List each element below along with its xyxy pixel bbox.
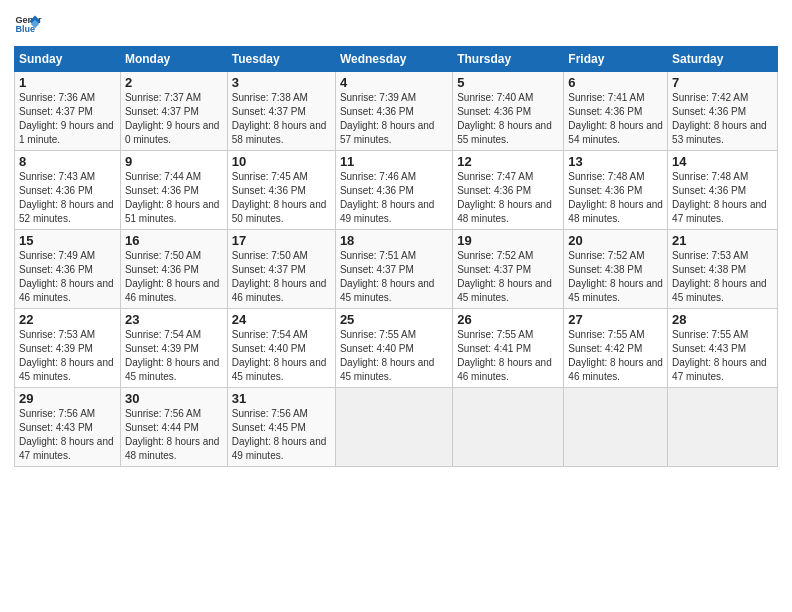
day-info: Sunrise: 7:52 AMSunset: 4:38 PMDaylight:… xyxy=(568,249,663,305)
day-info: Sunrise: 7:40 AMSunset: 4:36 PMDaylight:… xyxy=(457,91,559,147)
page-header: General Blue xyxy=(14,10,778,38)
header-cell-tuesday: Tuesday xyxy=(227,47,335,72)
calendar-cell: 16Sunrise: 7:50 AMSunset: 4:36 PMDayligh… xyxy=(120,230,227,309)
calendar-cell: 18Sunrise: 7:51 AMSunset: 4:37 PMDayligh… xyxy=(335,230,452,309)
day-info: Sunrise: 7:42 AMSunset: 4:36 PMDaylight:… xyxy=(672,91,773,147)
day-info: Sunrise: 7:55 AMSunset: 4:43 PMDaylight:… xyxy=(672,328,773,384)
day-info: Sunrise: 7:56 AMSunset: 4:45 PMDaylight:… xyxy=(232,407,331,463)
calendar-cell: 13Sunrise: 7:48 AMSunset: 4:36 PMDayligh… xyxy=(564,151,668,230)
week-row-1: 1Sunrise: 7:36 AMSunset: 4:37 PMDaylight… xyxy=(15,72,778,151)
week-row-3: 15Sunrise: 7:49 AMSunset: 4:36 PMDayligh… xyxy=(15,230,778,309)
logo-icon: General Blue xyxy=(14,10,42,38)
calendar-cell: 6Sunrise: 7:41 AMSunset: 4:36 PMDaylight… xyxy=(564,72,668,151)
calendar-header: SundayMondayTuesdayWednesdayThursdayFrid… xyxy=(15,47,778,72)
header-cell-sunday: Sunday xyxy=(15,47,121,72)
calendar-cell: 28Sunrise: 7:55 AMSunset: 4:43 PMDayligh… xyxy=(668,309,778,388)
calendar-cell xyxy=(564,388,668,467)
calendar-cell: 8Sunrise: 7:43 AMSunset: 4:36 PMDaylight… xyxy=(15,151,121,230)
day-number: 30 xyxy=(125,391,223,406)
day-info: Sunrise: 7:48 AMSunset: 4:36 PMDaylight:… xyxy=(568,170,663,226)
day-info: Sunrise: 7:51 AMSunset: 4:37 PMDaylight:… xyxy=(340,249,448,305)
calendar-cell: 25Sunrise: 7:55 AMSunset: 4:40 PMDayligh… xyxy=(335,309,452,388)
header-cell-monday: Monday xyxy=(120,47,227,72)
calendar-cell xyxy=(335,388,452,467)
day-number: 21 xyxy=(672,233,773,248)
day-number: 9 xyxy=(125,154,223,169)
day-number: 12 xyxy=(457,154,559,169)
header-cell-saturday: Saturday xyxy=(668,47,778,72)
calendar-cell: 14Sunrise: 7:48 AMSunset: 4:36 PMDayligh… xyxy=(668,151,778,230)
day-info: Sunrise: 7:41 AMSunset: 4:36 PMDaylight:… xyxy=(568,91,663,147)
calendar-cell: 2Sunrise: 7:37 AMSunset: 4:37 PMDaylight… xyxy=(120,72,227,151)
calendar-cell: 22Sunrise: 7:53 AMSunset: 4:39 PMDayligh… xyxy=(15,309,121,388)
day-info: Sunrise: 7:44 AMSunset: 4:36 PMDaylight:… xyxy=(125,170,223,226)
day-number: 20 xyxy=(568,233,663,248)
day-info: Sunrise: 7:48 AMSunset: 4:36 PMDaylight:… xyxy=(672,170,773,226)
calendar-cell: 26Sunrise: 7:55 AMSunset: 4:41 PMDayligh… xyxy=(453,309,564,388)
calendar-body: 1Sunrise: 7:36 AMSunset: 4:37 PMDaylight… xyxy=(15,72,778,467)
day-number: 11 xyxy=(340,154,448,169)
day-info: Sunrise: 7:53 AMSunset: 4:39 PMDaylight:… xyxy=(19,328,116,384)
day-number: 29 xyxy=(19,391,116,406)
day-number: 4 xyxy=(340,75,448,90)
svg-text:Blue: Blue xyxy=(15,24,35,34)
calendar-cell: 7Sunrise: 7:42 AMSunset: 4:36 PMDaylight… xyxy=(668,72,778,151)
day-number: 13 xyxy=(568,154,663,169)
day-info: Sunrise: 7:56 AMSunset: 4:44 PMDaylight:… xyxy=(125,407,223,463)
day-number: 14 xyxy=(672,154,773,169)
day-info: Sunrise: 7:55 AMSunset: 4:42 PMDaylight:… xyxy=(568,328,663,384)
logo: General Blue xyxy=(14,10,42,38)
calendar-cell: 27Sunrise: 7:55 AMSunset: 4:42 PMDayligh… xyxy=(564,309,668,388)
header-row: SundayMondayTuesdayWednesdayThursdayFrid… xyxy=(15,47,778,72)
calendar-cell: 17Sunrise: 7:50 AMSunset: 4:37 PMDayligh… xyxy=(227,230,335,309)
calendar-cell: 12Sunrise: 7:47 AMSunset: 4:36 PMDayligh… xyxy=(453,151,564,230)
day-info: Sunrise: 7:49 AMSunset: 4:36 PMDaylight:… xyxy=(19,249,116,305)
calendar-cell: 19Sunrise: 7:52 AMSunset: 4:37 PMDayligh… xyxy=(453,230,564,309)
calendar-cell: 11Sunrise: 7:46 AMSunset: 4:36 PMDayligh… xyxy=(335,151,452,230)
day-number: 5 xyxy=(457,75,559,90)
day-number: 24 xyxy=(232,312,331,327)
calendar-cell: 3Sunrise: 7:38 AMSunset: 4:37 PMDaylight… xyxy=(227,72,335,151)
day-info: Sunrise: 7:54 AMSunset: 4:39 PMDaylight:… xyxy=(125,328,223,384)
week-row-5: 29Sunrise: 7:56 AMSunset: 4:43 PMDayligh… xyxy=(15,388,778,467)
day-info: Sunrise: 7:50 AMSunset: 4:37 PMDaylight:… xyxy=(232,249,331,305)
day-info: Sunrise: 7:46 AMSunset: 4:36 PMDaylight:… xyxy=(340,170,448,226)
calendar-cell: 1Sunrise: 7:36 AMSunset: 4:37 PMDaylight… xyxy=(15,72,121,151)
calendar-cell: 5Sunrise: 7:40 AMSunset: 4:36 PMDaylight… xyxy=(453,72,564,151)
day-number: 16 xyxy=(125,233,223,248)
day-number: 15 xyxy=(19,233,116,248)
day-info: Sunrise: 7:52 AMSunset: 4:37 PMDaylight:… xyxy=(457,249,559,305)
day-number: 25 xyxy=(340,312,448,327)
day-number: 10 xyxy=(232,154,331,169)
calendar-cell: 31Sunrise: 7:56 AMSunset: 4:45 PMDayligh… xyxy=(227,388,335,467)
day-info: Sunrise: 7:36 AMSunset: 4:37 PMDaylight:… xyxy=(19,91,116,147)
day-info: Sunrise: 7:39 AMSunset: 4:36 PMDaylight:… xyxy=(340,91,448,147)
day-number: 1 xyxy=(19,75,116,90)
day-info: Sunrise: 7:55 AMSunset: 4:40 PMDaylight:… xyxy=(340,328,448,384)
day-number: 22 xyxy=(19,312,116,327)
day-info: Sunrise: 7:50 AMSunset: 4:36 PMDaylight:… xyxy=(125,249,223,305)
calendar-cell: 29Sunrise: 7:56 AMSunset: 4:43 PMDayligh… xyxy=(15,388,121,467)
calendar-cell xyxy=(668,388,778,467)
day-number: 3 xyxy=(232,75,331,90)
day-number: 7 xyxy=(672,75,773,90)
day-number: 19 xyxy=(457,233,559,248)
header-cell-thursday: Thursday xyxy=(453,47,564,72)
calendar-cell: 23Sunrise: 7:54 AMSunset: 4:39 PMDayligh… xyxy=(120,309,227,388)
day-info: Sunrise: 7:55 AMSunset: 4:41 PMDaylight:… xyxy=(457,328,559,384)
day-info: Sunrise: 7:53 AMSunset: 4:38 PMDaylight:… xyxy=(672,249,773,305)
calendar-cell: 15Sunrise: 7:49 AMSunset: 4:36 PMDayligh… xyxy=(15,230,121,309)
page-container: General Blue SundayMondayTuesdayWednesda… xyxy=(0,0,792,477)
day-info: Sunrise: 7:37 AMSunset: 4:37 PMDaylight:… xyxy=(125,91,223,147)
day-number: 8 xyxy=(19,154,116,169)
calendar-cell: 4Sunrise: 7:39 AMSunset: 4:36 PMDaylight… xyxy=(335,72,452,151)
calendar-cell: 9Sunrise: 7:44 AMSunset: 4:36 PMDaylight… xyxy=(120,151,227,230)
day-number: 2 xyxy=(125,75,223,90)
day-number: 26 xyxy=(457,312,559,327)
day-info: Sunrise: 7:56 AMSunset: 4:43 PMDaylight:… xyxy=(19,407,116,463)
header-cell-wednesday: Wednesday xyxy=(335,47,452,72)
week-row-2: 8Sunrise: 7:43 AMSunset: 4:36 PMDaylight… xyxy=(15,151,778,230)
calendar-table: SundayMondayTuesdayWednesdayThursdayFrid… xyxy=(14,46,778,467)
day-number: 18 xyxy=(340,233,448,248)
day-info: Sunrise: 7:54 AMSunset: 4:40 PMDaylight:… xyxy=(232,328,331,384)
